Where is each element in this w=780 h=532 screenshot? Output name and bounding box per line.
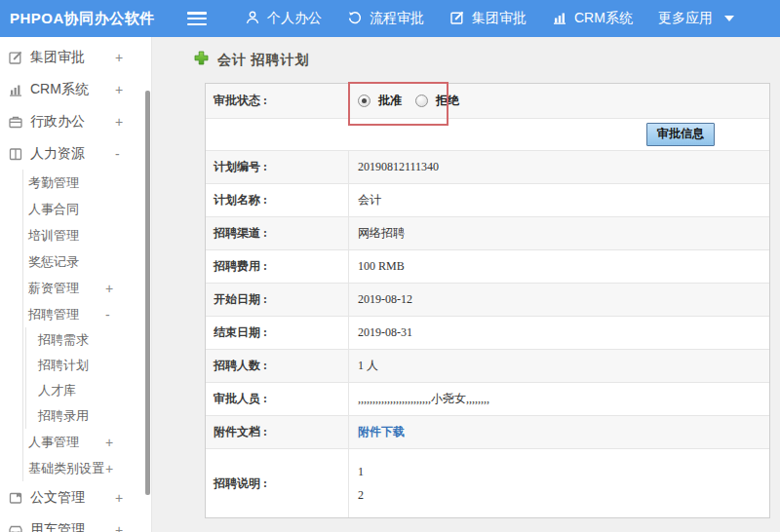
sidebar-item-recruit-demand[interactable]: 招聘需求 bbox=[26, 327, 151, 353]
nav-group-approval[interactable]: 集团审批 bbox=[449, 10, 526, 28]
expand-toggle[interactable]: + bbox=[105, 461, 113, 476]
approval-radio-group: 批准 拒绝 bbox=[358, 93, 473, 109]
hamburger-menu-icon[interactable] bbox=[187, 12, 207, 25]
bar-chart-icon bbox=[8, 82, 23, 97]
sidebar-item-rewards[interactable]: 奖惩记录 bbox=[23, 248, 151, 275]
sidebar-item-admin-office[interactable]: 行政办公 + bbox=[0, 105, 151, 137]
sidebar-item-training[interactable]: 培训管理 bbox=[23, 222, 151, 248]
nav-workflow-approval[interactable]: 流程审批 bbox=[347, 10, 424, 28]
nav-personal-office[interactable]: 个人办公 bbox=[245, 10, 322, 28]
document-icon bbox=[8, 490, 23, 506]
sidebar-item-base-category[interactable]: 基础类别设置+ bbox=[23, 455, 151, 481]
table-row-plan-name: 计划名称 : 会计 bbox=[206, 184, 769, 217]
sidebar: 集团审批 + CRM系统 + 行政办公 + 人力资源 - 考勤管理 人事合同 培… bbox=[0, 37, 152, 532]
table-row-start-date: 开始日期 : 2019-08-12 bbox=[206, 284, 769, 317]
table-row-end-date: 结束日期 : 2019-08-31 bbox=[206, 317, 769, 350]
expand-toggle[interactable]: + bbox=[115, 82, 123, 97]
history-icon bbox=[347, 10, 370, 28]
description-line: 2 bbox=[358, 483, 364, 507]
recruitment-submenu: 招聘需求 招聘计划 人才库 招聘录用 bbox=[25, 327, 151, 429]
sidebar-item-talent-pool[interactable]: 人才库 bbox=[26, 378, 151, 403]
field-label: 审批状态 : bbox=[206, 84, 349, 118]
table-row-headcount: 招聘人数 : 1 人 bbox=[206, 350, 769, 383]
nav-crm-system[interactable]: CRM系统 bbox=[552, 10, 633, 28]
radio-approve[interactable] bbox=[358, 95, 370, 107]
book-icon bbox=[8, 146, 23, 162]
chevron-down-icon bbox=[724, 16, 734, 21]
table-row-recruit-cost: 招聘费用 : 100 RMB bbox=[206, 250, 769, 284]
sidebar-item-vehicles[interactable]: 用车管理 + bbox=[0, 513, 151, 532]
top-nav: 个人办公 流程审批 集团审批 CRM系统 更多应用 bbox=[232, 10, 747, 28]
hr-submenu: 考勤管理 人事合同 培训管理 奖惩记录 薪资管理+ 招聘管理- 招聘需求 招聘计… bbox=[22, 170, 151, 481]
car-icon bbox=[8, 522, 23, 532]
expand-toggle[interactable]: + bbox=[105, 281, 113, 296]
sidebar-item-attendance[interactable]: 考勤管理 bbox=[23, 170, 151, 196]
app-title: PHPOA协同办公软件 bbox=[0, 10, 187, 28]
main-content: 会计 招聘计划 审批状态 : 批准 拒绝 审批信息 计划编号 : 2019081… bbox=[152, 37, 780, 532]
plus-icon bbox=[194, 51, 209, 69]
briefcase-icon bbox=[8, 114, 23, 130]
nav-more-apps[interactable]: 更多应用 bbox=[658, 10, 734, 27]
sidebar-item-hr-contract[interactable]: 人事合同 bbox=[23, 196, 151, 222]
edit-square-icon bbox=[8, 50, 23, 65]
sidebar-item-recruit-plan[interactable]: 招聘计划 bbox=[26, 353, 151, 378]
expand-toggle[interactable]: + bbox=[115, 490, 123, 506]
table-row-description: 招聘说明 : 1 2 bbox=[206, 449, 769, 517]
sidebar-item-salary[interactable]: 薪资管理+ bbox=[23, 275, 151, 301]
top-header: PHPOA协同办公软件 个人办公 流程审批 集团审批 CRM系统 更多应用 bbox=[0, 0, 780, 37]
edit-icon bbox=[449, 10, 472, 28]
table-row-plan-number: 计划编号 : 20190812111340 bbox=[206, 151, 769, 184]
collapse-toggle[interactable]: - bbox=[105, 307, 110, 323]
expand-toggle[interactable]: + bbox=[115, 50, 123, 65]
sidebar-item-recruit-hire[interactable]: 招聘录用 bbox=[26, 403, 151, 429]
collapse-toggle[interactable]: - bbox=[115, 146, 120, 162]
bar-chart-icon bbox=[552, 10, 574, 28]
recruit-plan-detail-table: 审批状态 : 批准 拒绝 审批信息 计划编号 : 20190812111340 … bbox=[205, 83, 770, 518]
table-row-attachment: 附件文档 : 附件下载 bbox=[206, 416, 769, 449]
sidebar-item-personnel[interactable]: 人事管理+ bbox=[23, 429, 151, 455]
sidebar-item-crm[interactable]: CRM系统 + bbox=[0, 73, 151, 105]
description-line: 1 bbox=[358, 460, 364, 483]
expand-toggle[interactable]: + bbox=[105, 435, 113, 450]
sidebar-item-human-resources[interactable]: 人力资源 - bbox=[0, 137, 151, 170]
table-row-approval-status: 审批状态 : 批准 拒绝 bbox=[206, 84, 769, 119]
person-icon bbox=[245, 10, 267, 28]
sidebar-scrollbar[interactable] bbox=[145, 91, 150, 495]
attachment-download-link[interactable]: 附件下载 bbox=[358, 424, 405, 440]
expand-toggle[interactable]: + bbox=[115, 114, 123, 130]
sidebar-item-group-approval[interactable]: 集团审批 + bbox=[0, 41, 151, 73]
table-row-approve-action: 审批信息 bbox=[206, 119, 769, 151]
table-row-recruit-channel: 招聘渠道 : 网络招聘 bbox=[206, 217, 769, 250]
sidebar-item-documents[interactable]: 公文管理 + bbox=[0, 481, 151, 513]
approve-info-button[interactable]: 审批信息 bbox=[646, 123, 715, 146]
table-row-approvers: 审批人员 : ,,,,,,,,,,,,,,,,,,,,,,,,,小尧女,,,,,… bbox=[206, 383, 769, 416]
expand-toggle[interactable]: + bbox=[115, 522, 123, 532]
radio-reject[interactable] bbox=[415, 95, 428, 107]
sidebar-item-recruitment[interactable]: 招聘管理- bbox=[23, 301, 151, 327]
page-title: 会计 招聘计划 bbox=[194, 51, 310, 69]
